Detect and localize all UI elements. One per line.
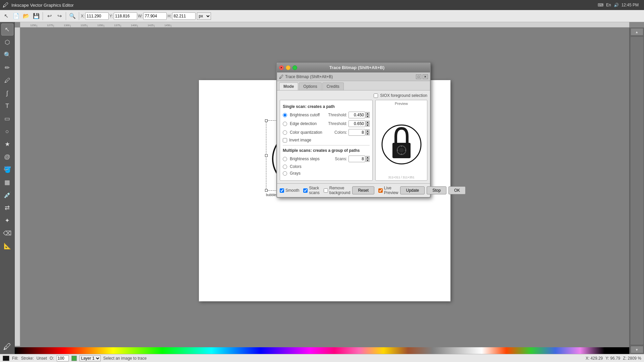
invert-checkbox[interactable] <box>283 138 287 142</box>
dialog-restore-btn[interactable]: □ <box>416 74 421 79</box>
scroll-down-btn[interactable]: ▼ <box>631 346 643 353</box>
tab-credits[interactable]: Credits <box>322 82 344 90</box>
layer-select[interactable]: Layer 1 <box>79 355 101 361</box>
dialog-min-btn[interactable] <box>286 65 290 70</box>
text-tool[interactable]: T <box>1 100 13 112</box>
w-input[interactable] <box>143 12 167 20</box>
redo-btn[interactable]: ↪ <box>55 11 64 21</box>
connector-tool[interactable]: ⇄ <box>1 202 13 214</box>
gradient-tool[interactable]: ▦ <box>1 176 13 188</box>
arrow-tool[interactable]: ↖ <box>1 23 13 36</box>
spray-tool[interactable]: ✦ <box>1 215 13 227</box>
preview-section: Single scan: creates a path Brightness c… <box>280 100 427 181</box>
edge-radio[interactable] <box>283 122 287 126</box>
eraser-tool[interactable]: ⌫ <box>1 227 13 239</box>
edge-spin-up[interactable]: ▲ <box>366 121 370 124</box>
remove-bg-label: Remove background <box>329 186 351 195</box>
fill-tool[interactable]: 🪣 <box>1 164 13 176</box>
unit-select[interactable]: px mm cm in <box>197 12 211 20</box>
color-quant-spin-up[interactable]: ▲ <box>366 129 370 132</box>
color-quant-input[interactable] <box>348 129 365 136</box>
grays-label: Grays <box>290 171 370 176</box>
colors-radio[interactable] <box>283 165 287 169</box>
handle-tl[interactable] <box>265 119 268 122</box>
stack-label: Stack scans <box>309 186 319 195</box>
opacity-input[interactable] <box>57 355 69 361</box>
save-btn[interactable]: 💾 <box>32 11 41 21</box>
y-input[interactable] <box>114 12 137 20</box>
titlebar: 🖊 Inkscape Vector Graphics Editor ⌨ En 🔊… <box>0 0 644 10</box>
update-button[interactable]: Update <box>400 186 425 194</box>
rect-tool[interactable]: ▭ <box>1 113 13 125</box>
callig-tool[interactable]: ∫ <box>1 87 13 99</box>
svg-text:1250: 1250 <box>30 24 36 27</box>
stop-button[interactable]: Stop <box>427 186 446 194</box>
dialog-close2-btn[interactable]: ✕ <box>423 74 428 79</box>
siox-label: SIOX foreground selection <box>380 93 427 98</box>
bright-steps-label: Brightness steps <box>290 157 333 161</box>
brightness-spin-down[interactable]: ▼ <box>366 115 370 118</box>
smooth-checkbox[interactable] <box>280 188 284 193</box>
color-palette[interactable] <box>15 347 629 354</box>
multiple-scan-header: Multiple scans: creates a group of paths <box>283 148 370 153</box>
new-btn[interactable]: 📄 <box>11 11 21 21</box>
stack-checkbox[interactable] <box>303 188 308 193</box>
measure-tool[interactable]: 📐 <box>1 240 13 252</box>
color-quant-label: Color quantization <box>290 130 333 135</box>
color-quant-spin-down[interactable]: ▼ <box>366 132 370 135</box>
inkscape-logo[interactable]: 🖊 <box>1 341 13 353</box>
bright-steps-radio[interactable] <box>283 157 287 161</box>
color-quant-thresh-label: Colors: <box>334 130 347 135</box>
handle-ml[interactable] <box>265 154 268 157</box>
lang-indicator: En <box>606 3 611 7</box>
opacity-label: O: <box>50 356 54 361</box>
pen-tool[interactable]: 🖊 <box>1 74 13 86</box>
grays-radio[interactable] <box>283 171 287 176</box>
circle-tool[interactable]: ○ <box>1 125 13 137</box>
open-btn[interactable]: 📂 <box>21 11 31 21</box>
tab-options[interactable]: Options <box>299 82 321 90</box>
pencil-tool[interactable]: ✏ <box>1 62 13 74</box>
handle-bl[interactable] <box>265 189 268 192</box>
y-field: Y: <box>109 12 137 20</box>
toolbar: ↖ 📄 📂 💾 ↩ ↪ 🔍 X: Y: W: H: px mm cm in <box>0 10 644 22</box>
zoom-in-btn[interactable]: 🔍 <box>68 11 77 21</box>
node-tool[interactable]: ⬡ <box>1 36 13 48</box>
zoom-tool[interactable]: 🔍 <box>1 49 13 61</box>
remove-bg-checkbox[interactable] <box>324 188 328 193</box>
siox-checkbox[interactable] <box>374 94 378 98</box>
bright-steps-spin-down[interactable]: ▼ <box>366 159 370 162</box>
reset-button[interactable]: Reset <box>352 186 374 194</box>
brightness-radio[interactable] <box>283 113 287 117</box>
hint-text: Select an image to trace <box>103 356 583 361</box>
brightness-spin-up[interactable]: ▲ <box>366 112 370 115</box>
svg-text:1425: 1425 <box>148 24 154 27</box>
brightness-label: Brightness cutoff <box>290 113 327 117</box>
bright-steps-input[interactable] <box>348 156 365 162</box>
bright-steps-spinners: ▲ ▼ <box>366 156 370 162</box>
ruler-vertical <box>15 27 20 346</box>
x-input[interactable] <box>85 12 109 20</box>
brightness-thresh-input[interactable] <box>348 112 365 118</box>
ok-button[interactable]: OK <box>448 186 466 194</box>
edge-thresh-input[interactable] <box>348 120 365 127</box>
select-tool-btn[interactable]: ↖ <box>1 11 11 21</box>
dialog-max-btn[interactable] <box>292 65 297 70</box>
bright-steps-spin-up[interactable]: ▲ <box>366 156 370 159</box>
scroll-up-btn[interactable]: ▲ <box>631 28 643 36</box>
sep1 <box>43 12 43 20</box>
fill-swatch[interactable] <box>3 356 9 361</box>
svg-text:1400: 1400 <box>131 24 137 27</box>
scrollbar-v[interactable]: ▲ ▼ <box>629 27 644 354</box>
eyedrop-tool[interactable]: 💉 <box>1 189 13 201</box>
dialog-close-btn[interactable]: ✕ <box>279 65 284 70</box>
undo-btn[interactable]: ↩ <box>45 11 54 21</box>
spiral-tool[interactable]: @ <box>1 151 13 163</box>
color-quant-radio[interactable] <box>283 130 287 135</box>
edge-spin-down[interactable]: ▼ <box>366 124 370 127</box>
h-input[interactable] <box>172 12 196 20</box>
dialog-body: SIOX foreground selection Single scan: c… <box>277 90 430 183</box>
tab-mode[interactable]: Mode <box>279 82 298 90</box>
star-tool[interactable]: ★ <box>1 138 13 150</box>
live-preview-checkbox[interactable] <box>378 188 383 193</box>
